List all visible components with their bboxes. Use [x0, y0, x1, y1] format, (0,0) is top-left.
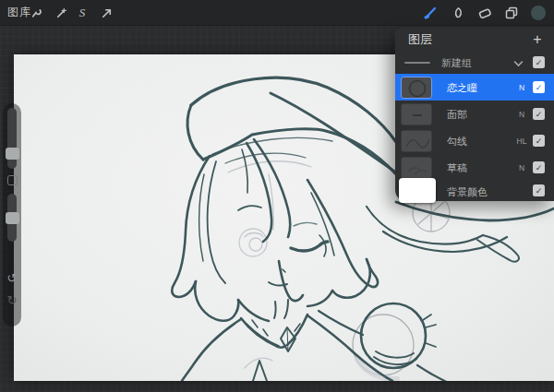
layer-row[interactable]: 面部 N ✓ — [395, 101, 554, 127]
layer-visibility-checkbox[interactable]: ✓ — [533, 108, 545, 120]
layer-thumbnail[interactable] — [401, 103, 432, 125]
layer-name: 背景颜色 — [447, 185, 488, 199]
group-dash-icon — [404, 62, 430, 64]
actions-wrench-icon[interactable] — [26, 0, 46, 26]
background-color-swatch[interactable] — [399, 178, 436, 203]
layer-row[interactable]: 草稿 N ✓ — [395, 154, 554, 181]
brush-size-handle[interactable] — [6, 148, 19, 160]
blend-mode-badge[interactable]: N — [512, 83, 532, 92]
layers-panel-icon[interactable] — [501, 0, 522, 26]
selection-icon[interactable]: S — [72, 0, 92, 26]
layers-panel-header: 图层 + — [395, 28, 554, 52]
brush-sidebar: ↺ ↻ — [3, 103, 21, 327]
layer-visibility-checkbox[interactable]: ✓ — [533, 184, 545, 196]
layer-thumbnail[interactable] — [401, 157, 432, 179]
layer-visibility-checkbox[interactable]: ✓ — [533, 161, 545, 173]
blend-mode-badge[interactable]: N — [512, 163, 532, 172]
layer-name: 草稿 — [447, 161, 467, 175]
redo-button[interactable]: ↻ — [3, 293, 21, 307]
group-name: 新建组 — [441, 56, 472, 70]
procreate-app: { "toolbar": { "gallery_label": "图库", "a… — [0, 0, 554, 392]
undo-button[interactable]: ↺ — [3, 271, 21, 285]
brush-tool-icon[interactable] — [420, 0, 440, 26]
layer-thumbnail[interactable] — [401, 77, 432, 99]
top-toolbar: 图库 S — [0, 0, 554, 26]
chevron-down-icon[interactable] — [513, 58, 524, 69]
current-color-swatch[interactable] — [528, 0, 548, 26]
layers-panel: 图层 + 新建组 ✓ 恋之瞳 N ✓ 面部 N ✓ 勾线 HL ✓ — [395, 28, 554, 201]
layer-name: 恋之瞳 — [447, 81, 477, 95]
add-layer-button[interactable]: + — [528, 30, 547, 49]
eraser-tool-icon[interactable] — [475, 0, 495, 26]
adjustments-wand-icon[interactable] — [51, 0, 71, 26]
background-color-row[interactable]: 背景颜色 ✓ — [395, 181, 554, 201]
layer-name: 勾线 — [447, 135, 467, 148]
layer-name: 面部 — [447, 108, 467, 122]
transform-arrow-icon[interactable] — [96, 0, 116, 26]
modify-button[interactable] — [7, 175, 18, 185]
layers-panel-title: 图层 — [408, 31, 432, 48]
blend-mode-badge[interactable]: N — [512, 110, 532, 119]
layer-row[interactable]: 勾线 HL ✓ — [395, 127, 554, 154]
layer-visibility-checkbox[interactable]: ✓ — [533, 135, 545, 147]
brush-opacity-handle[interactable] — [6, 212, 19, 224]
blend-mode-badge[interactable]: HL — [512, 137, 532, 146]
layer-row-selected[interactable]: 恋之瞳 N ✓ — [395, 74, 554, 101]
smudge-tool-icon[interactable] — [448, 0, 468, 26]
layer-thumbnail[interactable] — [401, 130, 432, 152]
group-visibility-checkbox[interactable]: ✓ — [533, 56, 545, 68]
brush-size-slider[interactable] — [7, 108, 17, 169]
layer-visibility-checkbox[interactable]: ✓ — [533, 81, 545, 93]
layer-group-row[interactable]: 新建组 ✓ — [395, 52, 554, 74]
